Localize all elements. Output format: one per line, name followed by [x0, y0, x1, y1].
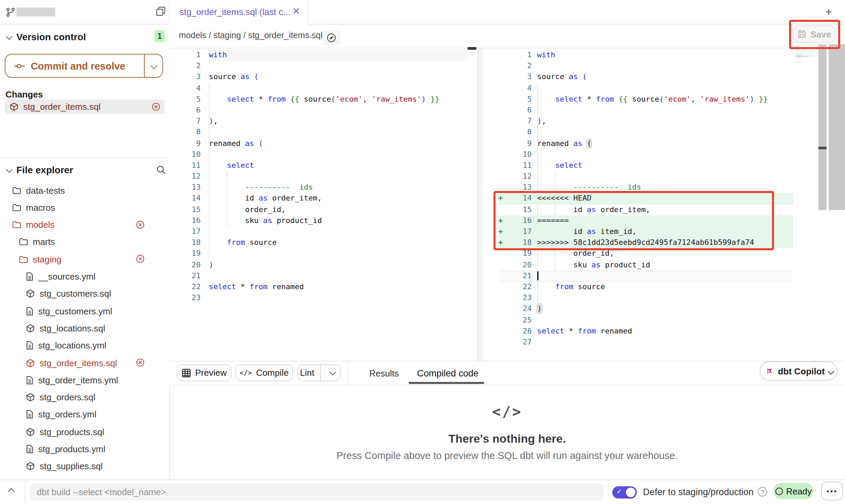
code-line[interactable]: 20) — [170, 260, 468, 270]
file-item-stg_orders.yml[interactable]: stg_orders.yml — [0, 407, 195, 422]
editor-pane-original[interactable]: 1with23source as (45 select * from {{ so… — [170, 50, 468, 304]
window-scrollbar-track[interactable] — [829, 44, 845, 210]
file-item-stg_supplies.sql[interactable]: stg_supplies.sql — [0, 459, 195, 474]
code-line[interactable]: 1with — [498, 50, 793, 61]
file-item-stg_orders.sql[interactable]: stg_orders.sql — [0, 390, 195, 405]
code-line[interactable]: 22select * from renamed — [170, 282, 468, 293]
more-options-button[interactable] — [821, 481, 843, 501]
code-line[interactable]: 26select * from renamed — [498, 326, 793, 337]
conflict-remove-icon[interactable] — [152, 102, 160, 111]
code-line[interactable]: 4 — [170, 83, 468, 94]
code-line[interactable]: 1with — [170, 50, 468, 61]
code-line[interactable]: 21 — [498, 271, 793, 282]
code-text — [537, 293, 793, 303]
editor-scrollbar-track[interactable] — [818, 44, 827, 210]
code-line[interactable]: 24) — [498, 304, 793, 315]
code-line[interactable]: 16 sku as product_id — [170, 216, 468, 226]
code-line[interactable]: 5 select * from {{ source('ecom', 'raw_i… — [498, 94, 793, 105]
code-line[interactable]: 3source as ( — [498, 72, 793, 83]
left-pane-scrollbar-thumb[interactable] — [468, 47, 476, 50]
code-line[interactable]: 2 — [170, 61, 468, 72]
code-line[interactable]: 23 — [498, 293, 793, 303]
branch-name-placeholder[interactable] — [16, 8, 55, 16]
minimap[interactable]: withsource as ( select * from {{ source(… — [795, 45, 816, 78]
file-item-stg_locations.sql[interactable]: stg_locations.sql — [0, 321, 195, 336]
file-item-stg_products.sql[interactable]: stg_products.sql — [0, 424, 195, 439]
lint-dropdown[interactable] — [325, 371, 340, 374]
copy-files-icon[interactable] — [156, 6, 166, 16]
file-item-stg_order_items.yml[interactable]: stg_order_items.yml — [0, 373, 195, 388]
diff-marker — [498, 61, 505, 72]
code-line[interactable]: 11 select — [498, 160, 793, 171]
code-line[interactable]: 10 — [498, 149, 793, 160]
code-line[interactable]: 19 — [170, 249, 468, 260]
lint-button[interactable]: Lint — [298, 364, 341, 381]
line-number: 1 — [170, 50, 201, 61]
code-line[interactable]: 8 — [498, 127, 793, 138]
code-line[interactable]: 21 — [170, 271, 468, 282]
code-line[interactable]: 18 from source — [170, 237, 468, 248]
file-item-stg_locations.yml[interactable]: stg_locations.yml — [0, 338, 195, 353]
file-item-__sources.yml[interactable]: __sources.yml — [0, 269, 195, 284]
defer-toggle[interactable]: ✓ — [612, 486, 637, 499]
conflict-remove-icon[interactable] — [136, 358, 145, 367]
code-line[interactable]: 2 — [498, 61, 793, 72]
code-line[interactable]: 6 — [498, 105, 793, 116]
code-line[interactable]: 14 id as order_item, — [170, 193, 468, 204]
lineage-compass-icon[interactable] — [322, 30, 341, 46]
file-item-stg_products.yml[interactable]: stg_products.yml — [0, 442, 195, 457]
code-line[interactable]: 25 — [498, 315, 793, 326]
line-number: 8 — [170, 127, 201, 138]
conflict-remove-icon[interactable] — [136, 220, 145, 229]
command-input[interactable]: dbt build --select <model_name> — [30, 484, 603, 501]
file-item-staging[interactable]: staging — [0, 252, 188, 267]
tab-compiled-code[interactable]: Compiled code — [417, 368, 478, 379]
code-line[interactable]: 5 select * from {{ source('ecom', 'raw_i… — [170, 94, 468, 105]
code-text: select * from {{ source('ecom', 'raw_ite… — [209, 94, 468, 105]
file-item-data-tests[interactable]: data-tests — [0, 183, 182, 198]
code-line[interactable]: 23 — [170, 293, 468, 303]
code-line[interactable]: 3source as ( — [170, 72, 468, 83]
dbt-copilot-button[interactable]: dbt Copilot — [760, 361, 837, 381]
code-line[interactable]: 12 — [498, 171, 793, 182]
code-line[interactable]: 9renamed as ( — [170, 138, 468, 149]
search-icon[interactable] — [156, 165, 166, 175]
file-item-macros[interactable]: macros — [0, 200, 182, 215]
file-item-stg_customers.sql[interactable]: stg_customers.sql — [0, 286, 195, 301]
file-item-models[interactable]: models — [0, 217, 182, 232]
code-line[interactable]: 10 — [170, 149, 468, 160]
code-line[interactable]: 13 ---------- ids — [170, 182, 468, 193]
code-line[interactable]: 22 from source — [498, 282, 793, 293]
commit-and-resolve-button[interactable]: Commit and resolve — [5, 54, 163, 78]
code-line[interactable]: 12 — [170, 171, 468, 182]
tab-close-icon[interactable] — [291, 6, 301, 16]
code-line[interactable]: 7), — [498, 116, 793, 127]
preview-button[interactable]: Preview — [177, 364, 231, 381]
code-line[interactable]: 17 — [170, 226, 468, 237]
code-line[interactable]: 6 — [170, 105, 468, 116]
tab-stg-order-items[interactable]: stg_order_items.sql (last c... — [169, 0, 309, 25]
file-item-stg_order_items.sql[interactable]: stg_order_items.sql — [0, 355, 195, 370]
diff-marker — [498, 271, 505, 282]
code-line[interactable]: 9renamed as ( — [498, 138, 793, 149]
changed-file-row[interactable]: stg_order_items.sql — [5, 100, 164, 114]
file-item-marts[interactable]: marts — [0, 235, 188, 250]
tab-results[interactable]: Results — [369, 368, 399, 379]
editor-scrollbar-handle[interactable] — [818, 147, 827, 149]
code-line[interactable]: 4 — [498, 83, 793, 94]
code-line[interactable]: 20 sku as product_id — [498, 260, 793, 270]
compile-button[interactable]: </> Compile — [235, 364, 293, 381]
code-line[interactable]: 15 order_id, — [170, 204, 468, 215]
line-number: 22 — [170, 282, 201, 293]
file-item-stg_customers.yml[interactable]: stg_customers.yml — [0, 303, 195, 318]
line-number: 5 — [505, 94, 532, 105]
conflict-remove-icon[interactable] — [136, 254, 145, 263]
save-button[interactable]: Save — [793, 25, 835, 43]
help-icon[interactable] — [758, 487, 767, 496]
code-line[interactable]: 27 — [498, 337, 793, 348]
new-tab-icon[interactable] — [825, 7, 836, 18]
commit-dropdown[interactable] — [145, 63, 162, 68]
code-line[interactable]: 7), — [170, 116, 468, 127]
code-line[interactable]: 8 — [170, 127, 468, 138]
code-line[interactable]: 11 select — [170, 160, 468, 171]
